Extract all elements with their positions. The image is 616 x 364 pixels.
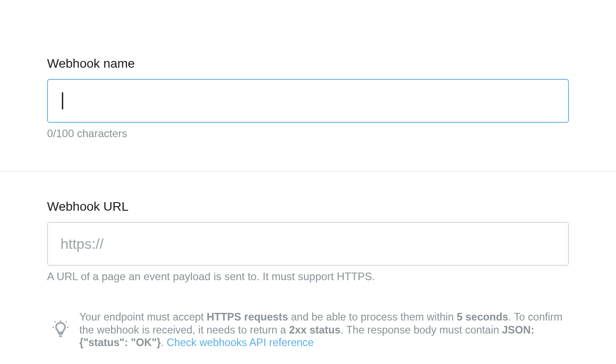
webhook-name-label: Webhook name — [47, 56, 569, 71]
webhook-name-section: Webhook name 0/100 characters — [0, 0, 616, 171]
endpoint-tip-text: Your endpoint must accept HTTPS requests… — [79, 311, 564, 349]
webhook-name-input[interactable] — [47, 79, 569, 123]
webhook-url-label: Webhook URL — [47, 199, 569, 214]
tip-bold-https: HTTPS requests — [207, 311, 288, 323]
tip-text-segment: Your endpoint must accept — [79, 311, 207, 323]
webhook-name-input-wrap — [47, 79, 569, 123]
webhook-url-hint: A URL of a page an event payload is sent… — [47, 270, 569, 283]
lightbulb-icon — [52, 321, 69, 340]
tip-text-segment: and be able to process them within — [288, 311, 456, 323]
endpoint-tip: Your endpoint must accept HTTPS requests… — [47, 311, 569, 349]
webhook-name-counter: 0/100 characters — [47, 127, 569, 140]
api-reference-link[interactable]: Check webhooks API reference — [167, 337, 314, 348]
webhook-url-input-wrap — [47, 222, 569, 266]
svg-line-4 — [65, 321, 66, 322]
tip-bold-status: 2xx status — [289, 324, 341, 336]
tip-text-segment: . — [161, 337, 167, 348]
tip-bold-seconds: 5 seconds — [457, 311, 508, 323]
webhook-url-section: Webhook URL A URL of a page an event pay… — [0, 172, 616, 364]
tip-text-segment: . The response body must contain — [341, 324, 502, 336]
webhook-url-input[interactable] — [47, 222, 569, 266]
svg-line-3 — [55, 321, 56, 322]
